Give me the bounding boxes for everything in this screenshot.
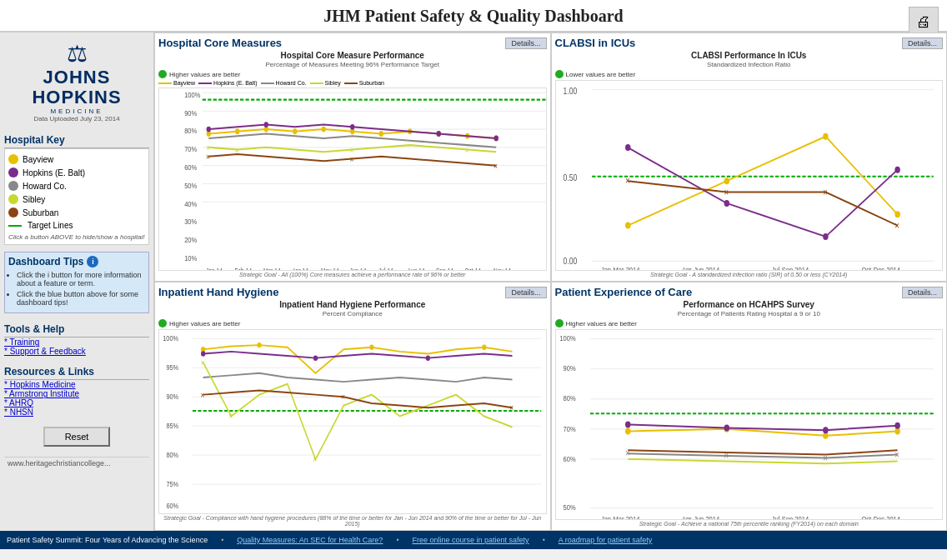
hopkins-link[interactable]: * Hopkins Medicine [4,380,149,389]
svg-text:1.00: 1.00 [563,86,577,96]
svg-text:×: × [823,187,828,198]
svg-point-35 [379,131,383,137]
svg-point-70 [894,167,899,173]
svg-text:30%: 30% [184,218,197,227]
pe-goal: Strategic Goal - Achieve a national 75th… [555,521,944,527]
svg-text:80%: 80% [166,451,178,459]
ahrq-link[interactable]: * AHRQ [4,398,149,408]
ticker-3[interactable]: Free online course in patient safety [413,536,529,544]
key-sibley[interactable]: Sibley [8,192,145,206]
svg-text:100%: 100% [184,90,201,99]
svg-text:Aug-14: Aug-14 [408,267,425,270]
hh-title: Inpatient Hand Hygiene [158,286,278,298]
resources-links: * Hopkins Medicine * Armstrong Institute… [4,380,149,417]
svg-point-103 [369,344,373,349]
training-link[interactable]: * Training [4,338,149,347]
howard-label: Howard Co. [23,182,67,191]
legend-bayview: Bayview [158,80,195,86]
tips-title: Dashboard Tips i [8,256,145,268]
legend-hopkins-line [198,82,212,84]
dashboard-tips-section: Dashboard Tips i Click the i button for … [4,252,149,313]
svg-point-131 [624,428,629,435]
svg-point-40 [207,127,211,132]
svg-text:0.00: 0.00 [563,256,577,266]
pe-svg: 100% 90% 80% 70% 60% 50% Jan-M [556,330,943,519]
tools-section: Tools & Help * Training * Support & Feed… [4,320,149,356]
key-target[interactable]: Target Lines [8,219,145,232]
ticker-sep-3: • [543,536,545,544]
hh-chart-subtitle: Percent Compliance [158,310,547,318]
clabsi-title: CLABSI in ICUs [555,37,636,49]
hh-details-btn[interactable]: Details... [505,287,546,298]
legend-howard: Howard Co. [261,80,307,86]
ticker-sep-2: • [396,536,398,544]
svg-text:80%: 80% [563,394,575,403]
hospital-key: Bayview Hopkins (E. Balt) Howard Co. Sib… [4,148,149,245]
target-label: Target Lines [28,221,73,230]
info-badge[interactable]: i [87,256,98,268]
svg-text:70%: 70% [184,144,197,153]
hcm-legend: Bayview Hopkins (E. Balt) Howard Co. Sib… [158,80,547,86]
svg-text:60%: 60% [184,162,197,172]
tips-list: Click the i button for more information … [8,271,145,307]
tools-title: Tools & Help [4,323,149,338]
armstrong-link[interactable]: * Armstrong Institute [4,389,149,398]
svg-text:Apr-Jun 2014: Apr-Jun 2014 [681,265,719,270]
hh-goal: Strategic Goal - Compliance with hand hy… [158,515,547,527]
sibley-label: Sibley [23,195,45,204]
hcm-better-label: Higher values are better [169,71,240,78]
svg-text:Jul-Sep 2014: Jul-Sep 2014 [771,265,809,270]
key-bayview[interactable]: Bayview [8,152,145,166]
clabsi-svg: 1.00 0.50 0.00 Jan-Mar 2014 Apr-Jun 2014… [556,81,943,270]
svg-text:Jul-14: Jul-14 [378,267,393,270]
svg-point-30 [235,128,239,134]
hh-svg: 100% 95% 90% 85% 80% 75% 60% [159,330,546,513]
key-hopkins[interactable]: Hopkins (E. Balt) [8,166,145,179]
hcm-chart-subtitle: Percentage of Measures Meeting 96% Perfo… [158,61,547,68]
svg-text:×: × [464,145,468,155]
legend-suburban: Suburban [344,80,384,86]
svg-text:50%: 50% [184,181,197,190]
clabsi-details-btn[interactable]: Details... [902,38,943,49]
pe-details-btn[interactable]: Details... [902,287,943,298]
hopkins-dot [8,168,18,178]
main-layout: ⚖ JOHNS HOPKINS MEDICINE Data Uploaded J… [0,32,947,531]
svg-text:75%: 75% [166,480,178,488]
key-suburban[interactable]: Suburban [8,206,145,219]
svg-text:60%: 60% [166,502,178,510]
svg-text:×: × [494,161,498,171]
svg-point-105 [201,351,205,356]
svg-text:10%: 10% [184,253,197,262]
svg-text:20%: 20% [184,235,197,244]
hh-green-dot [158,319,167,328]
tip-1: Click the i button for more information … [17,271,145,288]
tip-2: Click the blue button above for some das… [17,290,145,307]
tools-links: * Training * Support & Feedback [4,338,149,356]
svg-text:90%: 90% [166,392,178,401]
reset-button[interactable]: Reset [43,427,110,447]
svg-text:Feb-14: Feb-14 [235,267,252,270]
ticker-2[interactable]: Quality Measures: An SEC for Health Care… [237,536,383,544]
svg-point-41 [264,122,268,128]
support-link[interactable]: * Support & Feedback [4,347,149,356]
bayview-label: Bayview [23,155,53,164]
svg-text:40%: 40% [184,199,197,208]
svg-text:80%: 80% [184,127,197,136]
hcm-details-btn[interactable]: Details... [505,38,546,49]
svg-point-68 [724,200,729,207]
key-howard[interactable]: Howard Co. [8,179,145,192]
svg-text:100%: 100% [163,334,178,342]
svg-point-106 [313,355,318,360]
target-line-icon [8,225,22,227]
svg-point-32 [293,128,297,134]
pe-title-bar: Patient Experience of Care Details... [555,286,944,298]
svg-point-69 [823,233,828,240]
svg-point-102 [257,342,261,348]
svg-text:×: × [201,390,205,400]
ticker-4[interactable]: A roadmap for patient safety [559,536,653,544]
hcm-goal: Strategic Goal - All (100%) Core measure… [158,272,547,278]
svg-text:Mar-14: Mar-14 [263,267,280,270]
resources-title: Resources & Links [4,366,149,380]
svg-point-44 [494,136,499,142]
nhsn-link[interactable]: * NHSN [4,408,149,417]
